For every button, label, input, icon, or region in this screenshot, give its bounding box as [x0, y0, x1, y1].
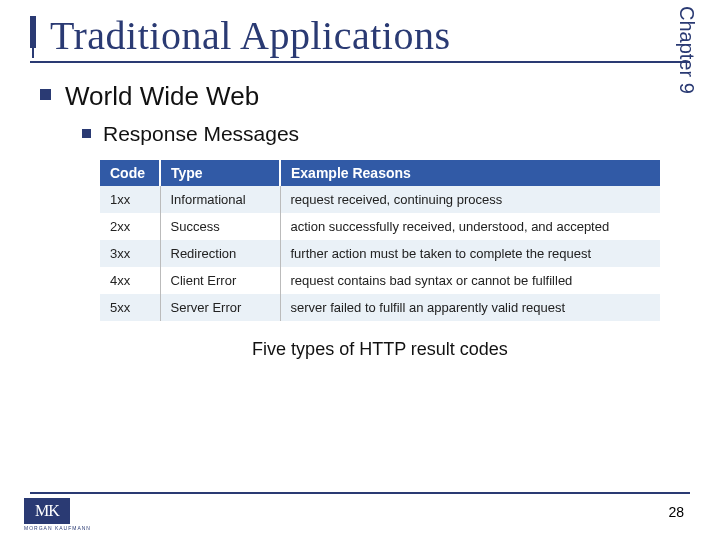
table-caption: Five types of HTTP result codes	[100, 339, 660, 360]
table-row: 1xx Informational request received, cont…	[100, 186, 660, 213]
chapter-label: Chapter 9	[675, 6, 698, 94]
cell-type: Informational	[160, 186, 280, 213]
cell-type: Client Error	[160, 267, 280, 294]
table-container: Code Type Example Reasons 1xx Informatio…	[100, 160, 660, 360]
th-code: Code	[100, 160, 160, 186]
page-number: 28	[668, 504, 684, 520]
table-row: 3xx Redirection further action must be t…	[100, 240, 660, 267]
publisher-logo: MK MORGAN KAUFMANN	[24, 498, 110, 534]
cell-type: Server Error	[160, 294, 280, 321]
slide: Chapter 9 Traditional Applications World…	[0, 0, 720, 540]
cell-reason: server failed to fulfill an apparently v…	[280, 294, 660, 321]
bullet-level2-text: Response Messages	[103, 122, 299, 146]
cell-code: 5xx	[100, 294, 160, 321]
square-bullet-icon	[82, 129, 91, 138]
title-underline	[30, 61, 690, 63]
th-reasons: Example Reasons	[280, 160, 660, 186]
slide-title: Traditional Applications	[50, 12, 451, 59]
logo-box-icon: MK	[24, 498, 70, 524]
bullet-list: World Wide Web Response Messages	[40, 81, 690, 146]
table-row: 5xx Server Error server failed to fulfil…	[100, 294, 660, 321]
cell-reason: further action must be taken to complete…	[280, 240, 660, 267]
title-row: Traditional Applications	[30, 12, 690, 59]
footer-rule	[30, 492, 690, 494]
cell-code: 2xx	[100, 213, 160, 240]
title-decoration-icon	[30, 16, 36, 58]
cell-reason: action successfully received, understood…	[280, 213, 660, 240]
cell-code: 3xx	[100, 240, 160, 267]
square-bullet-icon	[40, 89, 51, 100]
bullet-level2: Response Messages	[82, 122, 690, 146]
http-codes-table: Code Type Example Reasons 1xx Informatio…	[100, 160, 660, 321]
bullet-level1-text: World Wide Web	[65, 81, 259, 112]
th-type: Type	[160, 160, 280, 186]
cell-code: 4xx	[100, 267, 160, 294]
cell-type: Success	[160, 213, 280, 240]
cell-reason: request received, continuing process	[280, 186, 660, 213]
logo-publisher-name: MORGAN KAUFMANN	[24, 525, 110, 531]
bullet-level1: World Wide Web	[40, 81, 690, 112]
table-row: 2xx Success action successfully received…	[100, 213, 660, 240]
cell-code: 1xx	[100, 186, 160, 213]
cell-reason: request contains bad syntax or cannot be…	[280, 267, 660, 294]
table-row: 4xx Client Error request contains bad sy…	[100, 267, 660, 294]
table-header-row: Code Type Example Reasons	[100, 160, 660, 186]
cell-type: Redirection	[160, 240, 280, 267]
logo-initials: MK	[35, 502, 59, 520]
